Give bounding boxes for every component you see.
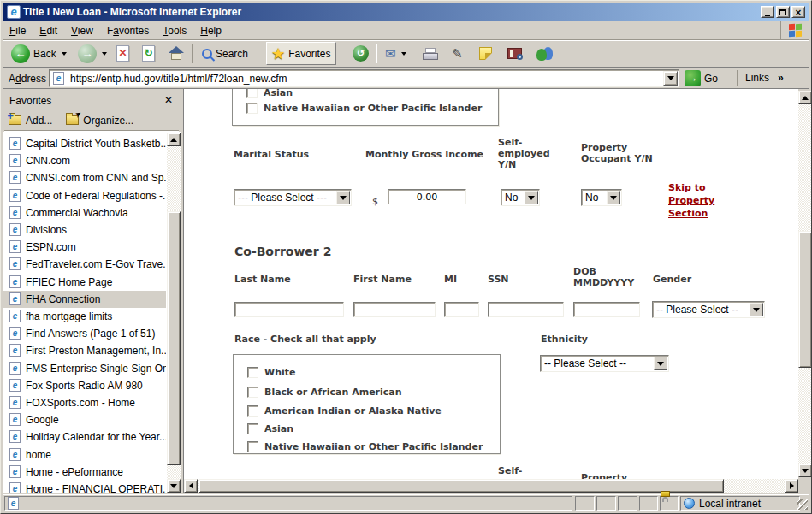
refresh-button[interactable]: ↻ — [138, 42, 159, 65]
checkbox-asian[interactable] — [247, 423, 258, 434]
favorites-item[interactable]: eCapital District Youth Basketb... — [3, 135, 166, 152]
favorites-item[interactable]: eFedTraveler.com E-Gov Trave... — [3, 256, 166, 273]
discuss-button[interactable] — [475, 42, 496, 65]
menu-edit[interactable]: Edit — [33, 22, 64, 39]
minimize-button[interactable] — [761, 6, 774, 18]
select-dropdown-button[interactable] — [336, 191, 350, 204]
select-dropdown-button[interactable] — [750, 303, 763, 316]
property-occupant-label: Property Occupant Y/N — [581, 142, 656, 164]
ethnicity-select[interactable]: -- Please Select -- — [540, 355, 669, 372]
print-button[interactable] — [418, 42, 442, 65]
favorites-item[interactable]: eFMS Enterprise Single Sign On... — [3, 360, 166, 377]
stop-button[interactable]: ✕ — [112, 42, 133, 65]
ie-window: { "window": { "title": "Title I New Loan… — [0, 0, 812, 514]
messenger-button[interactable] — [532, 42, 558, 65]
select-dropdown-button[interactable] — [607, 191, 620, 204]
stop-icon: ✕ — [116, 45, 129, 62]
menu-help[interactable]: Help — [193, 22, 228, 39]
favorites-item[interactable]: ehome — [3, 446, 166, 464]
content-scroll-up-button[interactable] — [798, 91, 812, 104]
favorites-button[interactable]: ★ Favorites — [266, 42, 336, 65]
title-bar[interactable]: e Title I New Loan - Microsoft Internet … — [3, 3, 809, 21]
select-dropdown-button[interactable] — [525, 191, 538, 204]
favorites-scroll-up-button[interactable] — [167, 133, 181, 146]
checkbox-native-hawaiian[interactable] — [246, 103, 258, 114]
race-fieldset-coborrower2: White Black or African American American… — [233, 354, 501, 454]
favorites-item[interactable]: eGoogle — [3, 411, 166, 428]
income-input[interactable] — [388, 189, 466, 204]
maximize-button[interactable] — [776, 6, 790, 18]
gender-select[interactable]: -- Please Select -- — [652, 301, 765, 318]
close-favorites-icon[interactable]: ✕ — [162, 93, 175, 107]
forward-dropdown-icon[interactable] — [102, 52, 107, 56]
favorites-item[interactable]: eESPN.com — [3, 239, 166, 256]
favorites-star-icon: ★ — [271, 46, 285, 62]
checkbox-asian[interactable] — [246, 89, 258, 98]
menu-view[interactable]: View — [64, 22, 100, 39]
skip-to-property-link[interactable]: Skip to Property Section — [668, 181, 723, 220]
address-input[interactable]: e https://entp.hud.gov/title1/html/f72lo… — [49, 69, 679, 87]
address-url-text[interactable]: https://entp.hud.gov/title1/html/f72loan… — [70, 73, 287, 85]
go-button[interactable]: → Go — [685, 69, 718, 87]
favorites-item[interactable]: eCNNSI.com from CNN and Sp... — [3, 169, 166, 186]
history-button[interactable]: ↺ — [348, 42, 373, 65]
content-hscrollbar-thumb[interactable] — [199, 479, 724, 493]
favorites-item[interactable]: eFHA Connection — [3, 291, 166, 308]
forward-button[interactable]: → — [74, 42, 111, 65]
resize-grip[interactable] — [797, 499, 808, 510]
menu-tools[interactable]: Tools — [156, 22, 193, 39]
favorites-item[interactable]: eHoliday Calendar for the Year... — [3, 428, 166, 446]
checkbox-native-hawaiian[interactable] — [247, 441, 258, 452]
address-dropdown-button[interactable] — [663, 71, 678, 86]
favorites-item[interactable]: efha mortgage limits — [3, 308, 166, 325]
favorites-item[interactable]: eCNN.com — [3, 152, 166, 169]
links-button[interactable]: Links » — [745, 72, 784, 84]
select-dropdown-button[interactable] — [654, 357, 667, 370]
checkbox-american-indian[interactable] — [247, 405, 258, 417]
first-name-input[interactable] — [353, 302, 436, 317]
address-bar: Address e https://entp.hud.gov/title1/ht… — [3, 68, 809, 89]
favorites-item[interactable]: eFox Sports Radio AM 980 — [3, 377, 166, 394]
self-employed-select[interactable]: No — [501, 189, 540, 206]
organize-favorites-button[interactable]: ➤ Organize... — [66, 115, 133, 127]
favorites-scrollbar-thumb[interactable] — [167, 211, 181, 465]
content-vscrollbar-thumb[interactable] — [798, 231, 812, 368]
status-pane — [639, 496, 658, 511]
search-button[interactable]: Search — [198, 42, 252, 65]
content-scroll-down-button[interactable] — [798, 464, 812, 477]
checkbox-white[interactable] — [247, 367, 258, 378]
dob-input[interactable] — [573, 302, 640, 317]
checkbox-black[interactable] — [247, 387, 258, 398]
add-favorite-button[interactable]: + Add... — [9, 115, 52, 127]
last-name-input[interactable] — [234, 302, 344, 317]
content-scroll-left-button[interactable] — [184, 479, 198, 493]
marital-status-select[interactable]: --- Please Select --- — [234, 189, 352, 206]
favorites-item[interactable]: eCode of Federal Regulations -... — [3, 187, 166, 204]
property-occupant-select[interactable]: No — [581, 189, 622, 206]
favorites-item[interactable]: eFind Answers (Page 1 of 51) — [3, 325, 166, 342]
favorites-item-label: Code of Federal Regulations -... — [26, 190, 166, 202]
favorites-item[interactable]: eFFIEC Home Page — [3, 274, 166, 291]
mail-button[interactable]: ✉ — [381, 42, 411, 65]
arrow-down-icon — [802, 469, 809, 473]
back-dropdown-icon[interactable] — [62, 52, 67, 56]
close-button[interactable]: × — [791, 6, 805, 18]
content-scroll-right-button[interactable] — [785, 479, 798, 493]
home-button[interactable] — [163, 42, 189, 65]
menu-favorites[interactable]: Favorites — [100, 22, 156, 39]
mail-dropdown-icon[interactable] — [401, 52, 406, 56]
favorites-item[interactable]: eCommercial Wachovia — [3, 204, 166, 222]
favorites-item[interactable]: eHome - FINANCIAL OPERATI... — [3, 481, 166, 493]
mi-input[interactable] — [444, 302, 479, 317]
favorites-item[interactable]: eFirst Preston Management, In... — [3, 342, 166, 359]
menu-file[interactable]: File — [3, 22, 33, 39]
ssn-input[interactable] — [488, 302, 564, 317]
toolbar-separator — [192, 44, 193, 63]
favorites-item[interactable]: eFOXSports.com - Home — [3, 394, 166, 411]
favorites-scroll-down-button[interactable] — [167, 479, 181, 493]
favorites-item[interactable]: eHome - ePeformance — [3, 464, 166, 481]
edit-button[interactable]: ✎ — [447, 42, 467, 65]
back-button[interactable]: ← Back — [7, 42, 71, 65]
research-button[interactable] — [503, 42, 526, 65]
favorites-item[interactable]: eDivisions — [3, 222, 166, 239]
